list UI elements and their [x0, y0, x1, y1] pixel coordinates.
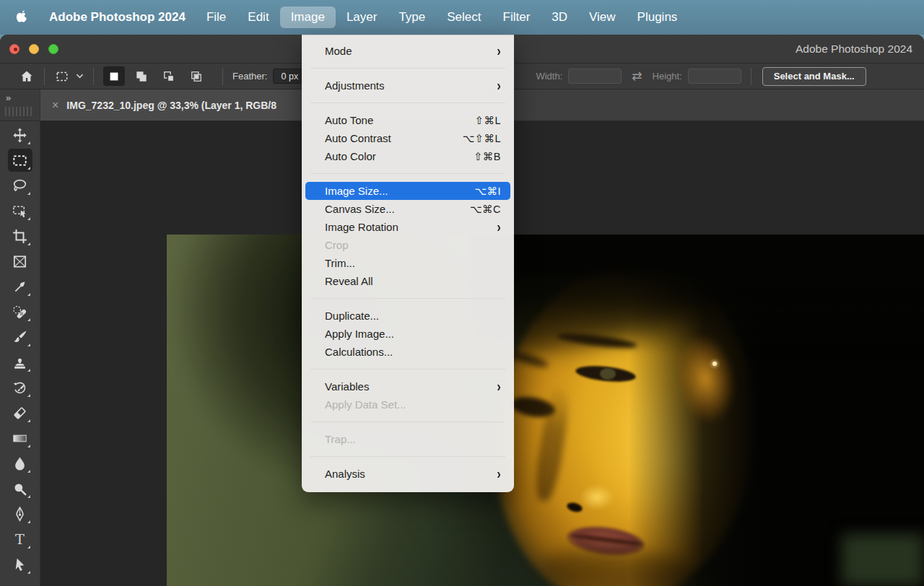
pen-tool[interactable] [8, 502, 32, 525]
submenu-arrow-icon: › [497, 380, 501, 394]
menu-item-trim[interactable]: Trim... [302, 254, 514, 272]
rectangular-marquee-tool[interactable] [8, 149, 32, 172]
divider [93, 68, 94, 85]
menu-item-apply-image[interactable]: Apply Image... [302, 325, 514, 343]
menubar-item-layer[interactable]: Layer [336, 6, 388, 28]
history-brush-tool[interactable] [8, 376, 32, 399]
object-selection-tool[interactable] [8, 199, 32, 222]
tab-close-icon[interactable]: × [52, 99, 58, 112]
subtract-from-selection-icon[interactable] [158, 66, 180, 86]
height-input[interactable] [688, 69, 741, 84]
zoom-button[interactable] [48, 44, 58, 54]
menu-item-calculations[interactable]: Calculations... [302, 343, 514, 361]
width-label: Width: [536, 71, 562, 82]
menu-item-trap: Trap... [302, 430, 514, 448]
unsaved-dot [14, 48, 17, 51]
shortcut: ⇧⌘B [474, 151, 501, 162]
macos-menubar: Adobe Photoshop 2024 File Edit Image Lay… [0, 0, 924, 35]
lasso-tool[interactable] [8, 174, 32, 197]
gradient-tool[interactable] [8, 427, 32, 450]
submenu-arrow-icon: › [497, 44, 501, 58]
menu-item-variables[interactable]: Variables› [302, 377, 514, 395]
menubar-item-edit[interactable]: Edit [237, 6, 279, 28]
eyedropper-tool[interactable] [8, 275, 32, 298]
tool-preset-icon[interactable] [54, 69, 70, 84]
divider [44, 68, 45, 85]
add-to-selection-icon[interactable] [131, 66, 152, 86]
divider [751, 68, 751, 85]
menu-item-duplicate[interactable]: Duplicate... [302, 307, 514, 325]
menu-separator [310, 68, 505, 69]
menubar-item-3d[interactable]: 3D [541, 6, 578, 28]
photo-clothing [842, 534, 924, 586]
menubar-item-view[interactable]: View [578, 6, 627, 28]
swap-dimensions-icon[interactable]: ⇄ [632, 69, 642, 84]
menubar-item-filter[interactable]: Filter [492, 6, 541, 28]
menu-item-reveal-all[interactable]: Reveal All [302, 272, 514, 290]
menu-item-image-size[interactable]: Image Size...⌥⌘I [305, 182, 510, 200]
submenu-arrow-icon: › [497, 467, 501, 481]
menu-item-image-rotation[interactable]: Image Rotation› [302, 218, 514, 236]
menu-separator [310, 456, 505, 457]
menu-separator [310, 102, 505, 103]
menu-item-crop: Crop [302, 236, 514, 254]
move-tool[interactable] [8, 123, 32, 146]
menu-item-mode[interactable]: Mode› [302, 42, 514, 60]
svg-text:T: T [15, 531, 25, 548]
home-icon[interactable] [19, 69, 35, 84]
width-input[interactable] [568, 69, 622, 84]
toolbar-grip[interactable] [5, 107, 34, 116]
menubar-item-plugins[interactable]: Plugins [627, 6, 689, 28]
window-title: Adobe Photoshop 2024 [796, 35, 912, 64]
menu-separator [310, 298, 505, 299]
chevron-down-icon[interactable] [76, 73, 84, 79]
type-tool[interactable]: T [8, 528, 32, 551]
menu-item-auto-tone[interactable]: Auto Tone⇧⌘L [302, 111, 514, 129]
document-tab-title: IMG_7232_10.jpeg @ 33,3% (Layer 1, RGB/8 [66, 100, 276, 111]
brush-tool[interactable] [8, 325, 32, 349]
screen: Adobe Photoshop 2024 File Edit Image Lay… [0, 0, 924, 586]
submenu-arrow-icon: › [497, 220, 501, 235]
photo[interactable] [167, 235, 924, 586]
image-menu: Mode› Adjustments› Auto Tone⇧⌘L Auto Con… [302, 35, 514, 492]
clone-stamp-tool[interactable] [8, 351, 32, 374]
photo-highlight [580, 484, 614, 510]
menu-separator [310, 421, 505, 422]
close-button[interactable] [9, 44, 19, 54]
shortcut: ⌥⌘I [474, 185, 501, 197]
menu-item-auto-color[interactable]: Auto Color⇧⌘B [302, 147, 514, 165]
divider [222, 68, 223, 85]
frame-tool[interactable] [8, 250, 32, 273]
spot-healing-brush-tool[interactable] [8, 300, 32, 323]
height-label: Height: [653, 71, 682, 82]
menubar-app-name[interactable]: Adobe Photoshop 2024 [49, 10, 186, 25]
feather-label: Feather: [232, 71, 267, 82]
path-selection-tool[interactable] [8, 553, 32, 576]
collapse-panels-icon[interactable]: » [0, 92, 40, 103]
dodge-tool[interactable] [8, 477, 32, 500]
menu-item-adjustments[interactable]: Adjustments› [302, 76, 514, 95]
menubar-item-image[interactable]: Image [280, 6, 336, 28]
menu-item-auto-contrast[interactable]: Auto Contrast⌥⇧⌘L [302, 129, 514, 147]
intersect-selection-icon[interactable] [186, 66, 207, 86]
blur-tool[interactable] [8, 452, 32, 475]
menubar-item-file[interactable]: File [196, 6, 237, 28]
shortcut: ⌥⇧⌘L [463, 133, 501, 144]
menu-separator [310, 369, 505, 369]
new-selection-icon[interactable] [103, 66, 125, 86]
menubar-item-type[interactable]: Type [388, 6, 436, 28]
crop-tool[interactable] [8, 224, 32, 248]
shortcut: ⇧⌘L [475, 115, 501, 126]
panel-strip: » [0, 89, 40, 121]
apple-icon[interactable] [16, 9, 30, 25]
select-and-mask-button[interactable]: Select and Mask... [762, 67, 866, 86]
minimize-button[interactable] [29, 44, 39, 54]
menubar-item-select[interactable]: Select [436, 6, 492, 28]
submenu-arrow-icon: › [497, 79, 501, 93]
menu-separator [310, 173, 505, 174]
menu-item-analysis[interactable]: Analysis› [302, 465, 514, 483]
photo-earring [712, 362, 717, 366]
photo-eye [600, 368, 616, 380]
eraser-tool[interactable] [8, 401, 32, 424]
menu-item-canvas-size[interactable]: Canvas Size...⌥⌘C [302, 200, 514, 218]
